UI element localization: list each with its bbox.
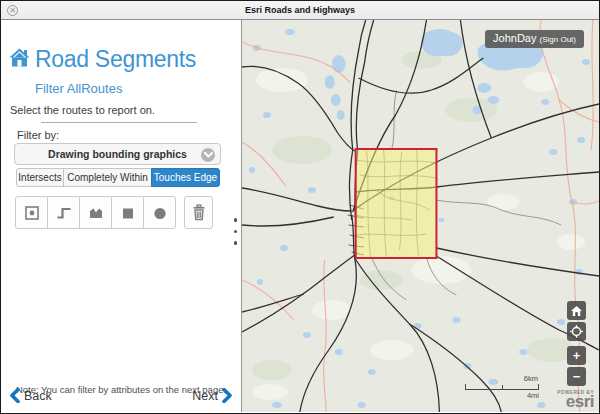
scale-mi-label: 4mi — [465, 391, 539, 400]
chevron-right-icon — [222, 388, 232, 403]
esri-logo: POWERED BY esri — [557, 390, 594, 409]
point-tool-button[interactable] — [15, 196, 48, 229]
tab-completely-within[interactable]: Completely Within — [63, 168, 152, 187]
next-label: Next — [192, 389, 218, 403]
divider — [41, 122, 197, 123]
scale-bar: 6km 4mi — [465, 374, 539, 400]
chevron-left-icon — [10, 388, 20, 403]
next-button[interactable]: Next — [192, 388, 232, 403]
filter-mode-dropdown[interactable]: Drawing bounding graphics — [14, 143, 221, 165]
draw-toolbar — [15, 196, 213, 229]
tab-intersects[interactable]: Intersects — [16, 168, 64, 187]
polyline-tool-button[interactable] — [47, 196, 80, 229]
panel-resize-handle[interactable] — [234, 218, 238, 245]
basemap-graphic — [242, 20, 599, 412]
app-window: ✕ Esri Roads and Highways Road Segments — [0, 0, 600, 414]
close-icon[interactable]: ✕ — [7, 5, 18, 16]
map-home-button[interactable] — [567, 301, 586, 320]
delete-graphics-button[interactable] — [184, 196, 213, 229]
instruction-text: Select the routes to report on. — [10, 104, 155, 116]
page-title: Road Segments — [35, 46, 196, 73]
circle-icon — [152, 205, 168, 221]
back-label: Back — [24, 389, 52, 403]
point-icon — [24, 205, 40, 221]
rectangle-icon — [120, 205, 136, 221]
rectangle-tool-button[interactable] — [111, 196, 144, 229]
map-controls: + − — [567, 301, 586, 386]
scale-km-label: 6km — [465, 374, 539, 383]
polygon-icon — [88, 205, 104, 221]
zoom-out-button[interactable]: − — [567, 367, 586, 386]
esri-brand-label: esri — [557, 395, 594, 409]
dropdown-value: Drawing bounding graphics — [48, 148, 187, 160]
trash-icon — [191, 204, 207, 221]
title-bar: ✕ Esri Roads and Highways — [1, 1, 599, 20]
sign-out-label: (Sign Out) — [540, 35, 576, 44]
window-title: Esri Roads and Highways — [1, 1, 599, 19]
circle-tool-button[interactable] — [143, 196, 176, 229]
filter-by-label: Filter by: — [17, 129, 59, 141]
chevron-down-icon[interactable] — [201, 148, 215, 162]
page-subtitle: Filter AllRoutes — [35, 81, 122, 96]
polygon-tool-button[interactable] — [79, 196, 112, 229]
scale-bar-line — [465, 384, 539, 390]
back-button[interactable]: Back — [10, 388, 52, 403]
locate-button[interactable] — [567, 322, 586, 341]
tab-touches-edge[interactable]: Touches Edge — [151, 168, 220, 187]
home-icon — [9, 48, 30, 71]
crosshair-icon — [570, 325, 583, 338]
home-icon — [571, 306, 582, 316]
map-canvas[interactable]: JohnDay (Sign Out) — [242, 20, 599, 412]
username: JohnDay — [493, 32, 536, 44]
filter-panel: Road Segments Filter AllRoutes Select th… — [1, 20, 242, 412]
spatial-relation-tabs: Intersects Completely Within Touches Edg… — [16, 168, 220, 187]
zoom-in-button[interactable]: + — [567, 346, 586, 365]
polyline-icon — [56, 205, 72, 221]
selection-rectangle[interactable] — [356, 149, 437, 258]
user-signout-button[interactable]: JohnDay (Sign Out) — [485, 30, 584, 48]
